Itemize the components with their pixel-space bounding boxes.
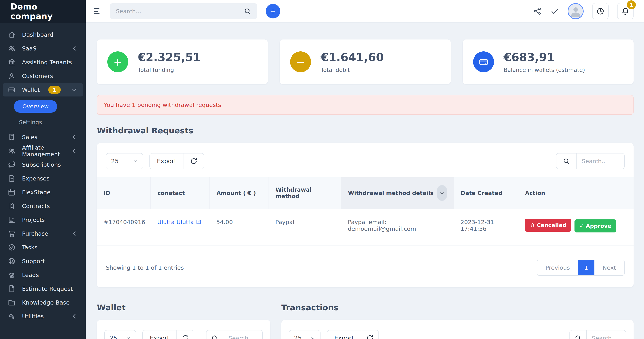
wallet-icon	[473, 51, 494, 72]
table-search-input[interactable]	[586, 331, 626, 339]
sidebar-item-estimate-request[interactable]: Estimate Request	[2, 282, 83, 296]
main-area: + 1 + €2.325,51 Total funding	[86, 0, 644, 339]
cancelled-button[interactable]: Cancelled	[525, 219, 571, 232]
sidebar-item-label: Expenses	[22, 175, 50, 182]
column-header-amount[interactable]: Amount ( € )	[210, 177, 269, 209]
search-icon[interactable]	[244, 7, 251, 15]
search-icon-button[interactable]	[556, 153, 576, 169]
sidebar-item-contracts[interactable]: Contracts	[2, 199, 83, 213]
submenu-item-overview[interactable]: Overview	[14, 100, 57, 113]
sidebar-item-support[interactable]: Support	[2, 254, 83, 268]
sidebar-item-label: Utilities	[22, 313, 44, 320]
sidebar-item-knowledge-base[interactable]: Knowledge Base	[2, 296, 83, 309]
export-button[interactable]: Export	[327, 331, 361, 339]
table-row: #1704040916 Ulutfa Ulutfa 54.00 Paypal P…	[97, 209, 634, 246]
previous-page-button[interactable]: Previous	[537, 260, 578, 275]
table-search-input[interactable]	[223, 331, 262, 339]
sidebar-nav: Dashboard SaaS Assisting Tenants Custome…	[0, 23, 86, 328]
sidebar-item-leads[interactable]: Leads	[2, 268, 83, 282]
chevron-left-icon	[70, 44, 78, 52]
minus-icon: −	[290, 51, 311, 72]
export-button[interactable]: Export	[150, 153, 184, 169]
refresh-button[interactable]	[361, 331, 378, 339]
home-icon	[8, 31, 16, 38]
refresh-icon	[366, 334, 374, 339]
export-button[interactable]: Export	[143, 331, 177, 339]
stat-cards: + €2.325,51 Total funding − €1.641,60 To…	[97, 39, 634, 84]
column-header-action[interactable]: Action	[518, 177, 634, 209]
column-header-contact[interactable]: conatact	[150, 177, 210, 209]
history-button[interactable]	[592, 3, 608, 19]
page-size-select[interactable]: 25	[289, 330, 320, 339]
sort-button[interactable]	[437, 185, 447, 201]
entries-info: Showing 1 to 1 of 1 entries	[106, 264, 184, 271]
sidebar-item-label: Dashboard	[22, 31, 53, 38]
approve-button[interactable]: ✓ Approve	[574, 219, 616, 233]
page-size-select[interactable]: 25	[106, 153, 143, 169]
column-header-date-created[interactable]: Date Created	[454, 177, 518, 209]
cell-amount: 54.00	[210, 209, 269, 246]
search-icon-button[interactable]	[206, 331, 223, 339]
cart-icon	[8, 230, 16, 238]
sidebar-item-label: Knowledge Base	[22, 299, 70, 306]
receipt-icon	[8, 133, 16, 141]
wallet-title: Wallet	[97, 303, 270, 312]
notification-badge: 1	[627, 0, 636, 9]
sidebar-item-expenses[interactable]: Expenses	[2, 172, 83, 185]
sidebar-item-tasks[interactable]: Tasks	[2, 241, 83, 254]
document-icon	[8, 175, 16, 182]
sidebar-item-saas[interactable]: SaaS	[2, 42, 83, 55]
page-size-value: 25	[111, 158, 119, 165]
page-content: + €2.325,51 Total funding − €1.641,60 To…	[86, 23, 644, 339]
sidebar-item-wallet[interactable]: Wallet 1	[2, 83, 83, 96]
sidebar-item-affiliate-management[interactable]: Affiliate Management	[2, 144, 83, 158]
submenu-item-settings[interactable]: Settings	[14, 116, 86, 127]
sidebar-item-label: SaaS	[22, 45, 36, 52]
sidebar-item-sales[interactable]: Sales	[2, 130, 83, 144]
sidebar-item-customers[interactable]: Customers	[2, 69, 83, 83]
page-size-value: 25	[110, 335, 117, 339]
search-icon-button[interactable]	[570, 331, 586, 339]
wallet-card: 25 Export	[97, 320, 270, 339]
column-header-method[interactable]: Withdrawal method	[269, 177, 341, 209]
check-icon[interactable]	[550, 7, 559, 15]
page-size-select[interactable]: 25	[104, 330, 136, 339]
menu-toggle-icon[interactable]	[94, 8, 101, 14]
next-page-button[interactable]: Next	[594, 260, 624, 275]
refresh-button[interactable]	[184, 153, 204, 169]
refresh-button[interactable]	[177, 331, 194, 339]
current-page-button[interactable]: 1	[578, 260, 594, 275]
add-button[interactable]: +	[266, 4, 280, 18]
clock-icon	[596, 7, 604, 15]
plus-icon: +	[107, 51, 128, 72]
external-link-icon[interactable]	[196, 219, 202, 225]
sidebar-item-utilities[interactable]: Utilities	[2, 310, 83, 323]
search-icon	[563, 158, 570, 165]
sidebar-item-projects[interactable]: Projects	[2, 213, 83, 227]
sidebar-item-assisting-tenants[interactable]: Assisting Tenants	[2, 55, 83, 69]
column-header-method-details[interactable]: Withdrawal method details	[341, 177, 454, 209]
phone-icon	[8, 271, 16, 279]
sidebar-item-dashboard[interactable]: Dashboard	[2, 28, 83, 41]
table-controls: 25 Export	[97, 143, 634, 177]
calendar-icon	[8, 188, 16, 196]
sidebar-item-subscriptions[interactable]: Subscriptions	[2, 158, 83, 171]
column-header-id[interactable]: ID	[97, 177, 150, 209]
trash-icon	[530, 223, 535, 228]
sidebar-item-flexstage[interactable]: FlexStage	[2, 186, 83, 199]
withdrawal-requests-title: Withdrawal Requests	[97, 126, 634, 135]
chevron-down-icon	[440, 190, 444, 196]
sidebar-item-label: Contracts	[22, 203, 50, 209]
table-search-input[interactable]	[576, 153, 624, 169]
refresh-icon	[190, 157, 198, 165]
bell-icon	[621, 7, 630, 15]
sidebar-item-purchase[interactable]: Purchase	[2, 227, 83, 240]
avatar[interactable]	[568, 3, 584, 19]
share-icon[interactable]	[533, 7, 542, 15]
company-name: Demo company	[10, 2, 75, 21]
repeat-icon	[8, 161, 16, 169]
stat-label: Total funding	[138, 67, 201, 73]
contact-link[interactable]: Ulutfa Ulutfa	[157, 219, 194, 225]
search-input[interactable]	[116, 8, 244, 14]
notifications-button[interactable]: 1	[617, 3, 634, 19]
